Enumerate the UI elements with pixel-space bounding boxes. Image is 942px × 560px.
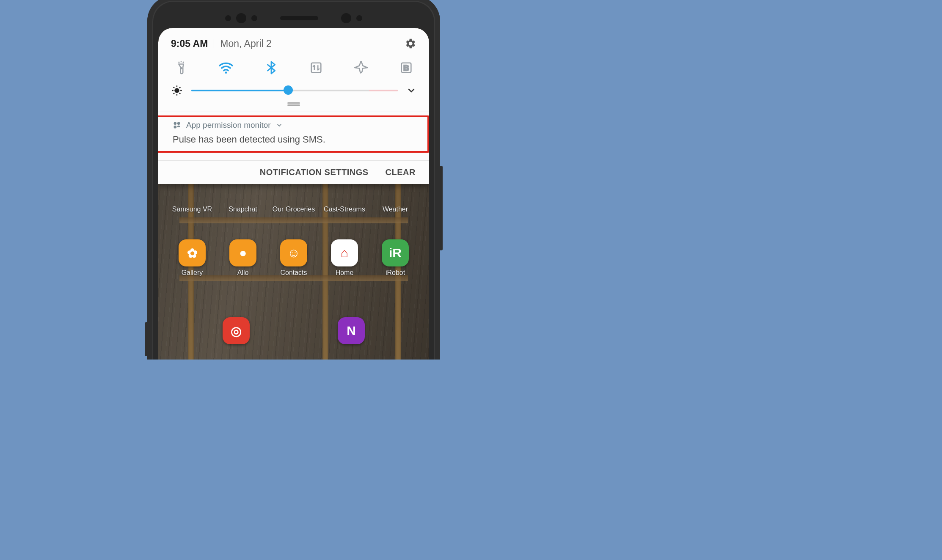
airplane-toggle[interactable] [351,58,372,78]
svg-point-6 [174,122,177,125]
annotation-highlight: App permission monitor Pulse has been de… [158,115,429,153]
flashlight-toggle[interactable] [171,58,191,78]
phone-screen: Samsung VR Snapchat Our Groceries Cast-S… [158,28,429,360]
expand-icon[interactable] [406,85,416,96]
brightness-slider[interactable] [191,90,398,91]
notification-item[interactable]: App permission monitor Pulse has been de… [158,112,429,160]
svg-point-5 [174,88,179,93]
brightness-thumb[interactable] [284,85,293,95]
notification-settings-button[interactable]: NOTIFICATION SETTINGS [260,167,369,177]
home-row-2: ✿Gallery●Allo☺Contacts⌂HomeiRiRobot [167,239,421,277]
svg-text:B: B [403,63,409,72]
bluetooth-toggle[interactable] [261,58,281,78]
home-row-1: Samsung VR Snapchat Our Groceries Cast-S… [167,206,421,213]
notification-actions: NOTIFICATION SETTINGS CLEAR [158,160,429,184]
phone-bezel: Samsung VR Snapchat Our Groceries Cast-S… [153,2,434,360]
app-our-groceries[interactable]: Our Groceries [270,206,317,213]
divider [214,39,214,48]
settings-gear-icon[interactable] [404,37,416,50]
clock: 9:05 AM [171,38,208,49]
svg-rect-2 [311,63,321,73]
app-Gallery[interactable]: ✿Gallery [168,239,216,277]
app-permission-icon [173,121,181,129]
phone-frame: Samsung VR Snapchat Our Groceries Cast-S… [147,0,440,360]
app-iRobot[interactable]: iRiRobot [372,239,419,277]
phone-volume-button [145,322,147,356]
clear-button[interactable]: CLEAR [386,167,416,177]
phone-power-button [440,166,443,250]
brightness-icon [171,85,183,96]
app-Home[interactable]: ⌂Home [321,239,368,277]
notification-header: App permission monitor [173,121,415,130]
brightness-row [158,80,429,100]
phone-sensors [153,2,434,27]
quick-settings-row: B [158,53,429,80]
svg-point-1 [225,71,227,74]
app-Allo[interactable]: ●Allo [219,239,267,277]
app-dock-0[interactable]: ◎ [212,317,260,344]
wifi-toggle[interactable] [216,58,236,78]
rotate-toggle[interactable] [306,58,326,78]
app-dock-1[interactable]: N [328,317,375,344]
notification-app-name: App permission monitor [186,121,271,130]
app-samsung-vr[interactable]: Samsung VR [168,206,216,213]
svg-point-7 [177,122,180,125]
app-snapchat[interactable]: Snapchat [219,206,267,213]
shade-handle[interactable] [158,100,429,112]
home-row-3: ◎N [167,317,421,344]
app-Contacts[interactable]: ☺Contacts [270,239,317,277]
blue-light-toggle[interactable]: B [396,58,416,78]
app-cast-streams[interactable]: Cast-Streams [321,206,368,213]
chevron-down-icon[interactable] [276,122,283,129]
notification-shade: 9:05 AM Mon, April 2 [158,28,429,184]
notification-body: Pulse has been detected using SMS. [173,134,415,145]
svg-point-8 [174,126,177,129]
svg-point-0 [181,68,182,69]
app-weather[interactable]: Weather [372,206,419,213]
date: Mon, April 2 [220,38,271,49]
statusbar: 9:05 AM Mon, April 2 [158,28,429,53]
